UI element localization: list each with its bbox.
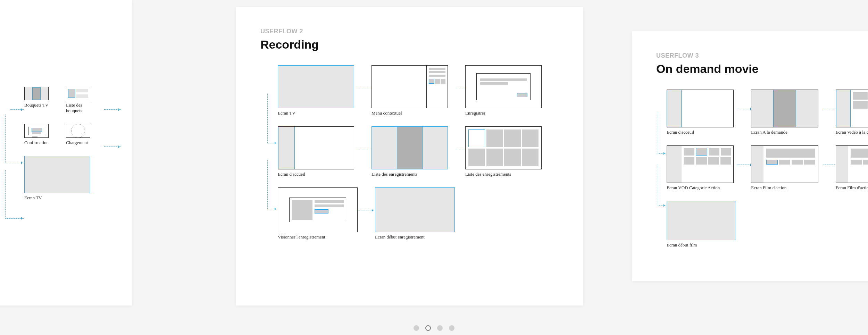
thumb-caption: Liste des bouquets <box>66 102 90 114</box>
thumb-caption: Ecran Film d'action 2 <box>836 185 868 191</box>
thumb-caption: Enregistrer <box>465 110 542 116</box>
connector-arrow-icon <box>737 109 753 109</box>
connector-arrow-icon <box>267 159 277 209</box>
connector-arrow-icon <box>658 112 666 154</box>
pagination-dot[interactable] <box>414 325 419 331</box>
thumb-caption: Menu contextuel <box>372 110 448 116</box>
thumb-caption: Chargement <box>66 140 90 145</box>
connector-arrow-icon <box>5 170 24 219</box>
spinner-icon <box>71 124 85 137</box>
connector-arrow-icon <box>104 146 121 147</box>
flow-cell[interactable]: Visionner l'enregistrement <box>278 187 358 240</box>
connector-arrow-icon <box>658 164 666 206</box>
pagination-dot-active[interactable] <box>425 325 431 331</box>
flow-cell[interactable]: Ecran A la demande <box>751 90 818 135</box>
flow-cell[interactable]: Liste des bouquets <box>66 87 90 114</box>
flow-cell[interactable]: Liste des enregistrements <box>465 126 542 177</box>
thumb-caption: Liste des enregistrements <box>372 171 448 177</box>
thumb-caption: Ecran TV <box>24 195 90 201</box>
thumb-caption: Ecran Vidéo à la demande <box>836 129 868 135</box>
slide-title: Recording <box>260 38 559 51</box>
pagination-dots <box>414 325 454 331</box>
thumb-caption: Liste des enregistrements <box>465 171 542 177</box>
slide-title: On demand movie <box>656 62 868 76</box>
flow-cell[interactable]: Ecran d'accueil <box>278 126 354 177</box>
connector-arrow-icon <box>104 109 121 110</box>
slide-eyebrow: USERFLOW 3 <box>656 52 868 59</box>
flow-cell[interactable]: Confirmation <box>24 124 49 145</box>
context-menu-panel <box>426 66 448 108</box>
connector-arrow-icon <box>10 109 24 110</box>
connector-arrow-icon <box>737 165 753 165</box>
flow-cell[interactable]: Enregistrer <box>465 65 542 116</box>
carousel-stage: Bouquets TV Liste des bouquets Confirmat… <box>0 0 868 335</box>
thumb-caption: Ecran d'acceuil <box>667 129 734 135</box>
slide-eyebrow: USERFLOW 2 <box>260 28 559 35</box>
thumb-caption: Visionner l'enregistrement <box>278 234 358 240</box>
connector-arrow-icon <box>267 93 277 143</box>
thumb-caption: Ecran TV <box>278 110 354 116</box>
flow-cell[interactable]: Ecran TV <box>24 156 90 201</box>
thumb-caption: Ecran Film d'action <box>751 185 818 191</box>
flow-cell[interactable]: Bouquets TV <box>24 87 49 108</box>
flow-cell[interactable]: Ecran Film d'action 2 <box>836 145 868 191</box>
connector-arrow-icon <box>5 115 24 163</box>
pagination-dot[interactable] <box>449 325 454 331</box>
thumb-caption: Ecran d'accueil <box>278 171 354 177</box>
thumb-caption: Bouquets TV <box>24 102 49 108</box>
slide-userflow-2[interactable]: USERFLOW 2 Recording Ecran TV Menu con <box>236 7 583 305</box>
flow-cell[interactable]: Ecran VOD Categorie Action <box>667 145 734 191</box>
pagination-dot[interactable] <box>437 325 443 331</box>
flow-cell[interactable]: Ecran d'acceuil <box>667 90 734 135</box>
thumb-caption: Ecran début film <box>667 242 736 248</box>
slide-userflow-1[interactable]: Bouquets TV Liste des bouquets Confirmat… <box>0 0 132 305</box>
flow-cell[interactable]: Ecran début enregistrement <box>375 187 455 240</box>
flow-cell[interactable]: Chargement <box>66 124 90 145</box>
connector-arrow-icon <box>358 210 374 210</box>
flow-cell[interactable]: Ecran TV <box>278 65 354 116</box>
flow-cell[interactable]: Ecran Vidéo à la demande <box>836 90 868 135</box>
flow-cell[interactable]: Ecran Film d'action <box>751 145 818 191</box>
flow-cell[interactable]: Menu contextuel <box>372 65 448 116</box>
flow-cell[interactable]: Liste des enregistrements <box>372 126 448 177</box>
thumb-caption: Confirmation <box>24 140 49 145</box>
slide-userflow-3[interactable]: USERFLOW 3 On demand movie Ecran d'acceu… <box>632 31 868 281</box>
thumb-caption: Ecran VOD Categorie Action <box>667 185 734 191</box>
thumb-caption: Ecran début enregistrement <box>375 234 455 240</box>
flow-cell[interactable]: Ecran début film <box>667 201 736 248</box>
thumb-caption: Ecran A la demande <box>751 129 818 135</box>
